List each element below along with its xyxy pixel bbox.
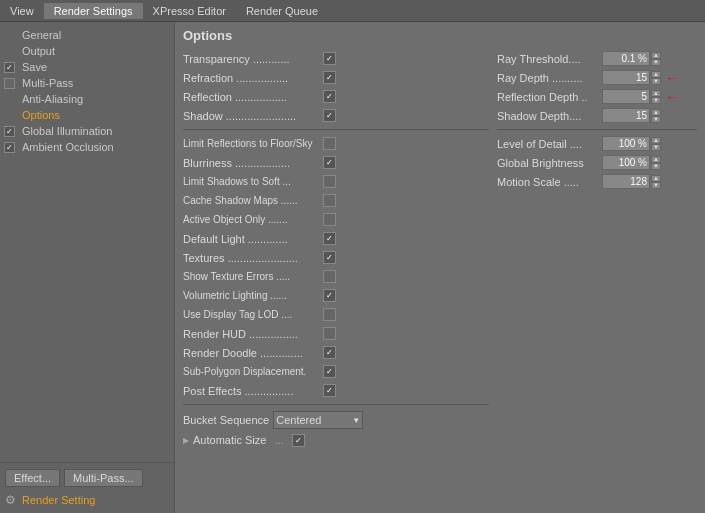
opt-label-active-object: Active Object Only ....... bbox=[183, 214, 323, 225]
spinner-down-reflection-depth[interactable]: ▼ bbox=[651, 97, 661, 104]
sidebar-label-output[interactable]: Output bbox=[18, 45, 174, 57]
auto-size-row: ▶ Automatic Size ... bbox=[183, 431, 489, 449]
sidebar-item-general[interactable]: General bbox=[0, 27, 174, 43]
spinner-up-global-brightness[interactable]: ▲ bbox=[651, 156, 661, 163]
opt-check-display-tag-lod[interactable] bbox=[323, 308, 336, 321]
opt-check-cache-shadow[interactable] bbox=[323, 194, 336, 207]
opt-render-doodle: Render Doodle .............. bbox=[183, 343, 489, 362]
bucket-dropdown[interactable]: Centered ▼ bbox=[273, 411, 363, 429]
spinner-down-lod[interactable]: ▼ bbox=[651, 144, 661, 151]
spinner-down-motion-scale[interactable]: ▼ bbox=[651, 182, 661, 189]
options-grid: Transparency ............ Refraction ...… bbox=[183, 49, 697, 449]
sidebar-label-general[interactable]: General bbox=[18, 29, 174, 41]
spinner-up-lod[interactable]: ▲ bbox=[651, 137, 661, 144]
menu-xpresso[interactable]: XPresso Editor bbox=[143, 3, 236, 19]
opt-check-limit-shadows[interactable] bbox=[323, 175, 336, 188]
opt-show-texture-errors: Show Texture Errors ..... bbox=[183, 267, 489, 286]
options-left: Transparency ............ Refraction ...… bbox=[183, 49, 489, 449]
right-opt-ray-threshold: Ray Threshold.... 0.1 % ▲ ▼ bbox=[497, 49, 697, 68]
opt-cache-shadow: Cache Shadow Maps ...... bbox=[183, 191, 489, 210]
multi-pass-button[interactable]: Multi-Pass... bbox=[64, 469, 143, 487]
opt-check-limit-reflections[interactable] bbox=[323, 137, 336, 150]
sidebar-item-save[interactable]: ✓ Save bbox=[0, 59, 174, 75]
sidebar-label-options[interactable]: Options bbox=[18, 109, 174, 121]
opt-check-show-texture-errors[interactable] bbox=[323, 270, 336, 283]
spinner-value-lod: 100 % bbox=[619, 138, 647, 149]
spinner-up-motion-scale[interactable]: ▲ bbox=[651, 175, 661, 182]
sidebar-item-multipass[interactable]: Multi-Pass bbox=[0, 75, 174, 91]
content-area: Options Transparency ............ Refrac… bbox=[175, 22, 705, 513]
check-col-ao[interactable]: ✓ bbox=[0, 142, 18, 153]
check-col-save[interactable]: ✓ bbox=[0, 62, 18, 73]
menu-render-queue[interactable]: Render Queue bbox=[236, 3, 328, 19]
sidebar-item-ao[interactable]: ✓ Ambient Occlusion bbox=[0, 139, 174, 155]
right-label-lod: Level of Detail .... bbox=[497, 138, 602, 150]
opt-check-render-doodle[interactable] bbox=[323, 346, 336, 359]
spinner-shadow-depth[interactable]: 15 bbox=[602, 108, 650, 123]
dropdown-arrow-icon: ▼ bbox=[352, 416, 360, 425]
spinner-global-brightness[interactable]: 100 % bbox=[602, 155, 650, 170]
effect-button[interactable]: Effect... bbox=[5, 469, 60, 487]
opt-check-textures[interactable] bbox=[323, 251, 336, 264]
opt-label-reflection: Reflection ................. bbox=[183, 91, 323, 103]
bucket-value: Centered bbox=[276, 414, 321, 426]
opt-limit-shadows: Limit Shadows to Soft ... bbox=[183, 172, 489, 191]
check-col-gi[interactable]: ✓ bbox=[0, 126, 18, 137]
opt-sub-polygon: Sub-Polygon Displacement. bbox=[183, 362, 489, 381]
spinner-lod[interactable]: 100 % bbox=[602, 136, 650, 151]
opt-check-post-effects[interactable] bbox=[323, 384, 336, 397]
spinner-reflection-depth[interactable]: 5 bbox=[602, 89, 650, 104]
opt-check-sub-polygon[interactable] bbox=[323, 365, 336, 378]
sidebar-item-output[interactable]: Output bbox=[0, 43, 174, 59]
menu-render-settings[interactable]: Render Settings bbox=[44, 3, 143, 19]
sidebar-label-save[interactable]: Save bbox=[18, 61, 174, 73]
spinner-up-reflection-depth[interactable]: ▲ bbox=[651, 90, 661, 97]
spinner-up-ray-threshold[interactable]: ▲ bbox=[651, 52, 661, 59]
section-title: Options bbox=[183, 28, 697, 43]
opt-check-volumetric[interactable] bbox=[323, 289, 336, 302]
right-label-ray-depth: Ray Depth .......... bbox=[497, 72, 602, 84]
opt-refraction: Refraction ................. bbox=[183, 68, 489, 87]
button-row: Effect... Multi-Pass... bbox=[5, 469, 169, 487]
spinner-up-ray-depth[interactable]: ▲ bbox=[651, 71, 661, 78]
spinner-up-shadow-depth[interactable]: ▲ bbox=[651, 109, 661, 116]
spinner-ray-threshold[interactable]: 0.1 % bbox=[602, 51, 650, 66]
opt-check-active-object[interactable] bbox=[323, 213, 336, 226]
spinner-ray-depth[interactable]: 15 bbox=[602, 70, 650, 85]
sidebar-label-ao[interactable]: Ambient Occlusion bbox=[18, 141, 174, 153]
right-label-reflection-depth: Reflection Depth .. bbox=[497, 91, 602, 103]
opt-check-default-light[interactable] bbox=[323, 232, 336, 245]
opt-check-blurriness[interactable] bbox=[323, 156, 336, 169]
check-save[interactable]: ✓ bbox=[4, 62, 15, 73]
check-ao[interactable]: ✓ bbox=[4, 142, 15, 153]
divider-right bbox=[497, 129, 697, 130]
menu-view[interactable]: View bbox=[0, 3, 44, 19]
spinner-value-shadow-depth: 15 bbox=[636, 110, 647, 121]
red-arrow-ray-depth: ← bbox=[665, 70, 679, 86]
sidebar: General Output ✓ Save Multi-Pass Anti-Al… bbox=[0, 22, 175, 513]
sidebar-item-gi[interactable]: ✓ Global Illumination bbox=[0, 123, 174, 139]
spinner-down-global-brightness[interactable]: ▼ bbox=[651, 163, 661, 170]
spinner-down-ray-threshold[interactable]: ▼ bbox=[651, 59, 661, 66]
opt-check-shadow[interactable] bbox=[323, 109, 336, 122]
spinner-down-shadow-depth[interactable]: ▼ bbox=[651, 116, 661, 123]
opt-check-reflection[interactable] bbox=[323, 90, 336, 103]
render-setting-label[interactable]: Render Setting bbox=[22, 494, 95, 506]
check-multipass[interactable] bbox=[4, 78, 15, 89]
spinner-motion-scale[interactable]: 128 bbox=[602, 174, 650, 189]
opt-active-object: Active Object Only ....... bbox=[183, 210, 489, 229]
sidebar-label-antialiasing[interactable]: Anti-Aliasing bbox=[18, 93, 174, 105]
auto-size-check[interactable] bbox=[292, 434, 305, 447]
sidebar-item-antialiasing[interactable]: Anti-Aliasing bbox=[0, 91, 174, 107]
spinner-down-ray-depth[interactable]: ▼ bbox=[651, 78, 661, 85]
opt-check-refraction[interactable] bbox=[323, 71, 336, 84]
sidebar-item-options[interactable]: Options bbox=[0, 107, 174, 123]
check-col-multipass[interactable] bbox=[0, 78, 18, 89]
spinner-arrows-motion-scale: ▲ ▼ bbox=[651, 175, 661, 189]
opt-check-transparency[interactable] bbox=[323, 52, 336, 65]
sidebar-label-multipass[interactable]: Multi-Pass bbox=[18, 77, 174, 89]
right-opt-motion-scale: Motion Scale ..... 128 ▲ ▼ bbox=[497, 172, 697, 191]
opt-check-render-hud[interactable] bbox=[323, 327, 336, 340]
check-gi[interactable]: ✓ bbox=[4, 126, 15, 137]
sidebar-label-gi[interactable]: Global Illumination bbox=[18, 125, 174, 137]
